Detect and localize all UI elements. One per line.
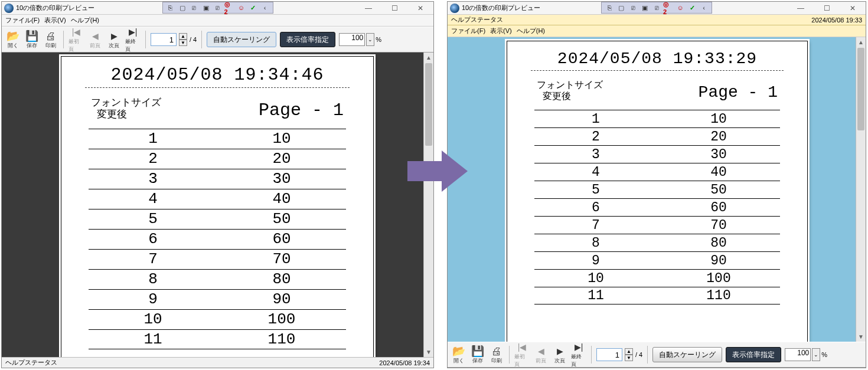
print-button[interactable]: 🖨印刷 <box>43 28 58 51</box>
prev-page-button[interactable]: ◀前頁 <box>87 28 103 51</box>
window-right: 10の倍数の印刷プレビュー ⎘ ▢ ⎚ ▣ ⎚ ◎ 2 ☺ ✓ ‹ — ☐ ✕ … <box>447 1 866 368</box>
scroll-thumb[interactable] <box>857 48 864 130</box>
print-button[interactable]: 🖨印刷 <box>489 343 504 366</box>
table-row: 10100 <box>534 269 780 287</box>
zoom-value[interactable]: 100 <box>339 33 365 46</box>
zoom-value[interactable]: 100 <box>785 348 811 361</box>
table-row: 990 <box>89 289 346 309</box>
scroll-down-icon[interactable]: ▼ <box>856 332 866 342</box>
title-toolstrip[interactable]: ⎘ ▢ ⎚ ▣ ⎚ ◎ 2 ☺ ✓ ‹ <box>601 2 712 14</box>
last-page-button[interactable]: ▶|最終頁 <box>571 343 586 366</box>
record-icon[interactable]: ◎ 2 <box>663 3 674 12</box>
screen2-icon[interactable]: ⎚ <box>213 3 223 12</box>
zoom-spec-button[interactable]: 表示倍率指定 <box>726 347 781 362</box>
page-number-box: ▲▼ / 4 <box>596 348 642 361</box>
last-page-button[interactable]: ▶|最終頁 <box>125 28 141 51</box>
app-icon <box>4 4 14 13</box>
scroll-up-icon[interactable]: ▲ <box>856 37 866 47</box>
title-toolstrip[interactable]: ⎘ ▢ ⎚ ▣ ⎚ ◎ 2 ☺ ✓ ‹ <box>162 2 273 14</box>
tool-icon[interactable]: ⎘ <box>165 3 176 12</box>
minimize-button[interactable]: — <box>788 2 814 15</box>
check-icon[interactable]: ✓ <box>687 3 697 12</box>
minimize-button[interactable]: — <box>355 2 381 15</box>
page-number-input[interactable] <box>151 33 177 46</box>
tool-icon[interactable]: ⎘ <box>604 3 615 12</box>
zoom-percent: % <box>376 36 381 43</box>
scroll-up-icon[interactable]: ▲ <box>424 53 433 63</box>
open-button[interactable]: 📂開く <box>5 28 21 51</box>
table-row: 880 <box>534 234 780 251</box>
window-left: 10の倍数の印刷プレビュー ⎘ ▢ ⎚ ▣ ⎚ ◎ 2 ☺ ✓ ‹ — ☐ ✕ … <box>1 1 434 368</box>
auto-scaling-button[interactable]: 自動スケーリング <box>652 347 722 362</box>
person-icon[interactable]: ☺ <box>675 3 686 12</box>
screen-icon[interactable]: ⎚ <box>189 3 200 12</box>
menu-help[interactable]: ヘルプ(H) <box>71 16 99 25</box>
preview-area[interactable]: 2024/05/08 19:33:29 フォントサイズ 変更後 Page - 1… <box>448 37 866 342</box>
next-page-button[interactable]: ▶次頁 <box>552 343 567 366</box>
prev-page-button[interactable]: ◀前頁 <box>533 343 549 366</box>
statusbar: ヘルプステータス 2024/05/08 19:34 <box>2 357 433 368</box>
zoom-box: 100 ⌄ % <box>339 33 381 46</box>
next-page-button[interactable]: ▶次頁 <box>106 28 122 51</box>
page-canvas: 2024/05/08 19:33:29 フォントサイズ 変更後 Page - 1… <box>507 41 808 342</box>
page-spinner[interactable]: ▲▼ <box>179 33 187 46</box>
vertical-scrollbar[interactable]: ▲ ▼ <box>423 53 433 357</box>
zoom-percent: % <box>821 351 827 358</box>
separator <box>591 346 592 364</box>
page-number-input[interactable] <box>596 348 622 361</box>
table-row: 770 <box>534 216 780 234</box>
window-title: 10の倍数の印刷プレビュー <box>462 4 540 12</box>
help-status-bar: ヘルプステータス 2024/05/08 19:33 <box>448 15 866 25</box>
first-page-button[interactable]: |◀最初頁 <box>68 28 84 51</box>
chevron-left-icon[interactable]: ‹ <box>699 3 709 12</box>
menu-file[interactable]: ファイル(F) <box>451 27 485 35</box>
data-table: 1102203304405506607708809901010011110 <box>534 110 780 304</box>
table-row: 990 <box>534 251 780 269</box>
screen2-icon[interactable]: ⎚ <box>651 3 662 12</box>
screen-icon[interactable]: ⎚ <box>628 3 638 12</box>
table-row: 330 <box>534 145 780 163</box>
square-icon[interactable]: ▣ <box>201 3 211 12</box>
zoom-box: 100 ⌄ % <box>785 348 827 361</box>
close-button[interactable]: ✕ <box>407 2 433 15</box>
maximize-button[interactable]: ☐ <box>381 2 407 15</box>
table-row: 10100 <box>89 309 346 329</box>
auto-scaling-button[interactable]: 自動スケーリング <box>207 32 276 47</box>
zoom-dropdown-icon[interactable]: ⌄ <box>366 33 374 46</box>
app-icon <box>450 4 459 13</box>
check-icon[interactable]: ✓ <box>248 3 259 12</box>
close-button[interactable]: ✕ <box>840 2 866 15</box>
separator <box>63 31 64 48</box>
page-total: / 4 <box>635 351 642 358</box>
vertical-scrollbar[interactable]: ▲ ▼ <box>856 37 866 342</box>
toolbar-bottom: 📂開く 💾保存 🖨印刷 |◀最初頁 ◀前頁 ▶次頁 ▶|最終頁 ▲▼ / 4 自… <box>448 342 866 368</box>
first-page-button[interactable]: |◀最初頁 <box>514 343 530 366</box>
menu-view[interactable]: 表示(V) <box>490 27 512 35</box>
page-spinner[interactable]: ▲▼ <box>625 348 633 361</box>
save-button[interactable]: 💾保存 <box>470 343 485 366</box>
camera-icon[interactable]: ▢ <box>177 3 188 12</box>
open-button[interactable]: 📂開く <box>451 343 466 366</box>
table-row: 220 <box>89 149 346 169</box>
titlebar[interactable]: 10の倍数の印刷プレビュー ⎘ ▢ ⎚ ▣ ⎚ ◎ 2 ☺ ✓ ‹ — ☐ ✕ <box>2 2 433 15</box>
titlebar[interactable]: 10の倍数の印刷プレビュー ⎘ ▢ ⎚ ▣ ⎚ ◎ 2 ☺ ✓ ‹ — ☐ ✕ <box>448 2 866 15</box>
menu-view[interactable]: 表示(V) <box>44 16 66 25</box>
scroll-thumb[interactable] <box>425 63 432 146</box>
zoom-spec-button[interactable]: 表示倍率指定 <box>280 32 335 47</box>
square-icon[interactable]: ▣ <box>639 3 650 12</box>
table-row: 110 <box>89 129 346 149</box>
table-row: 770 <box>89 249 346 269</box>
maximize-button[interactable]: ☐ <box>814 2 840 15</box>
record-icon[interactable]: ◎ 2 <box>224 3 235 12</box>
menu-file[interactable]: ファイル(F) <box>5 16 40 25</box>
table-row: 550 <box>89 209 346 229</box>
zoom-dropdown-icon[interactable]: ⌄ <box>812 348 820 361</box>
camera-icon[interactable]: ▢ <box>616 3 626 12</box>
menu-help[interactable]: ヘルプ(H) <box>517 27 545 35</box>
scroll-down-icon[interactable]: ▼ <box>424 347 433 357</box>
table-row: 220 <box>534 127 780 145</box>
preview-area[interactable]: 2024/05/08 19:34:46 フォントサイズ 変更後 Page - 1… <box>2 53 433 357</box>
person-icon[interactable]: ☺ <box>236 3 247 12</box>
save-button[interactable]: 💾保存 <box>24 28 40 51</box>
chevron-left-icon[interactable]: ‹ <box>260 3 270 12</box>
